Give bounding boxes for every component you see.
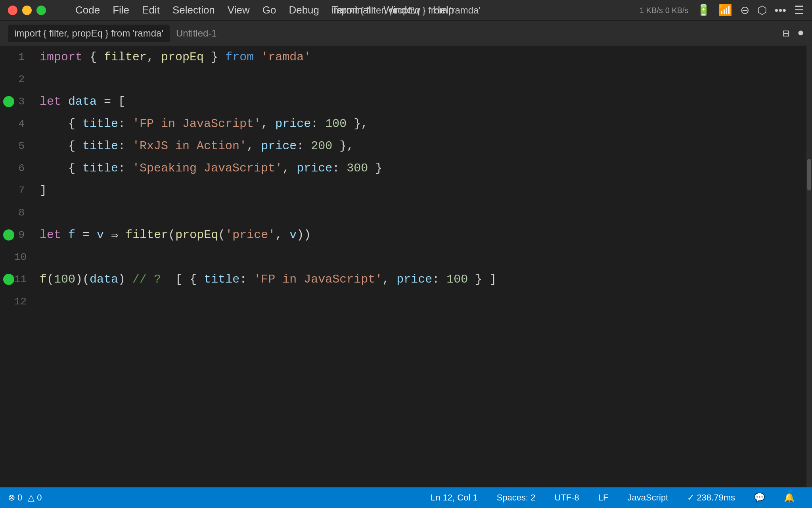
string-title: 'FP in JavaScript' (254, 273, 382, 286)
line-number: 5 (14, 140, 34, 152)
menu-view[interactable]: View (222, 2, 255, 18)
code-text: ( (168, 228, 175, 242)
code-text: }, (332, 139, 354, 153)
code-text (75, 228, 82, 242)
line-number: 2 (14, 73, 34, 85)
code-text (61, 228, 68, 242)
code-text: propEq (161, 50, 204, 64)
menu-code[interactable]: Code (70, 2, 105, 18)
code-text: } ] (468, 273, 496, 286)
code-text (82, 50, 90, 64)
code-text: : (118, 117, 132, 131)
code-text (111, 95, 118, 108)
active-tab[interactable]: import { filter, propEq } from 'ramda' U… (8, 25, 217, 42)
line-row: 11 (0, 268, 32, 291)
editor: 1 2 3 4 5 (0, 46, 812, 487)
scrollbar-thumb[interactable] (807, 159, 811, 190)
code-text: filter (104, 50, 147, 64)
more-actions-icon[interactable]: ● (797, 27, 804, 39)
code-text: } (204, 50, 225, 64)
menu-edit[interactable]: Edit (136, 2, 165, 18)
line-row: 3 (0, 90, 32, 113)
menu-go[interactable]: Go (257, 2, 282, 18)
code-text: }, (347, 117, 368, 131)
apple-menu[interactable] (54, 9, 65, 12)
code-text (40, 162, 68, 175)
code-text (40, 117, 68, 131)
menu-file[interactable]: File (107, 2, 135, 18)
code-text: = (82, 228, 90, 242)
minimize-button[interactable] (22, 6, 32, 15)
cursor-position[interactable]: Ln 12, Col 1 (431, 493, 478, 503)
code-text: { (68, 162, 82, 175)
indentation[interactable]: Spaces: 2 (497, 493, 536, 503)
tab-untitled[interactable]: Untitled-1 (176, 28, 217, 39)
code-text: ) (118, 273, 125, 286)
notification-icon[interactable]: 🔔 (784, 493, 795, 503)
string-price: 'price' (225, 228, 275, 242)
file-encoding[interactable]: UTF-8 (555, 493, 579, 503)
code-line-4: { title : 'FP in JavaScript' , price : 1… (32, 113, 812, 135)
menu-debug[interactable]: Debug (283, 2, 325, 18)
code-text: title (82, 162, 118, 175)
code-text: ] (40, 184, 47, 197)
breakpoint-marker[interactable] (3, 229, 14, 241)
code-editor[interactable]: import { filter , propEq } from 'ramda' … (32, 46, 812, 487)
var-f: f (68, 228, 75, 242)
string-ramda: 'ramda' (261, 50, 311, 64)
line-row: 4 (0, 113, 32, 135)
code-text: )) (297, 228, 311, 242)
feedback-icon[interactable]: 💬 (754, 493, 765, 503)
status-errors[interactable]: ⊗ 0 △ 0 (8, 493, 42, 503)
line-number: 8 (14, 207, 34, 219)
statusbar: ⊗ 0 △ 0 Ln 12, Col 1 Spaces: 2 UTF-8 LF … (0, 487, 812, 508)
code-text: } (368, 162, 382, 175)
breakpoint-marker[interactable] (3, 274, 14, 285)
line-number: 1 (14, 51, 34, 63)
code-line-11: f ( 100 )( data ) // ? [ { title : 'FP i… (32, 268, 812, 291)
code-text: ( (218, 228, 225, 242)
code-text: [ { (175, 273, 204, 286)
code-text: : (311, 117, 325, 131)
list-icon[interactable]: ☰ (794, 4, 804, 17)
code-line-8 (32, 202, 812, 224)
keyword-let: let (40, 228, 61, 242)
code-text (118, 228, 125, 242)
line-row: 10 (0, 246, 32, 268)
code-text: , (261, 117, 275, 131)
breakpoint-marker[interactable] (3, 96, 14, 107)
scrollbar[interactable] (806, 46, 812, 487)
line-ending[interactable]: LF (598, 493, 609, 503)
fn-filter: filter (125, 228, 168, 242)
code-line-12 (32, 291, 812, 313)
split-editor-icon[interactable]: ⊟ (783, 27, 789, 40)
number-300: 300 (347, 162, 368, 175)
warning-icon: △ (28, 493, 34, 503)
menu-selection[interactable]: Selection (167, 2, 220, 18)
code-text: [ (118, 95, 125, 108)
code-text: )( (75, 273, 90, 286)
close-button[interactable] (8, 6, 17, 15)
titlebar: Code File Edit Selection View Go Debug T… (0, 0, 812, 21)
code-text: : (118, 139, 132, 153)
titlebar-right: 1 KB/s 0 KB/s 🔋 📶 ⊖ ⬡ ••• ☰ (640, 4, 804, 17)
code-text (125, 273, 132, 286)
code-text (254, 50, 261, 64)
language-mode[interactable]: JavaScript (628, 493, 668, 503)
line-numbers: 1 2 3 4 5 (0, 46, 32, 313)
keyword-let: let (40, 95, 61, 108)
string-title: 'RxJS in Action' (132, 139, 247, 153)
code-text (104, 228, 111, 242)
line-number: 12 (14, 296, 34, 308)
code-text: { (68, 139, 82, 153)
more-icon[interactable]: ••• (775, 4, 786, 17)
tabbar-right: ⊟ ● (783, 27, 804, 40)
code-text: , (275, 228, 289, 242)
string-title: 'Speaking JavaScript' (132, 162, 282, 175)
maximize-button[interactable] (36, 6, 46, 15)
code-text: ( (47, 273, 54, 286)
tab-filename[interactable]: import { filter, propEq } from 'ramda' (8, 25, 170, 42)
code-text (161, 273, 175, 286)
line-row: 7 (0, 179, 32, 202)
line-row: 6 (0, 157, 32, 179)
